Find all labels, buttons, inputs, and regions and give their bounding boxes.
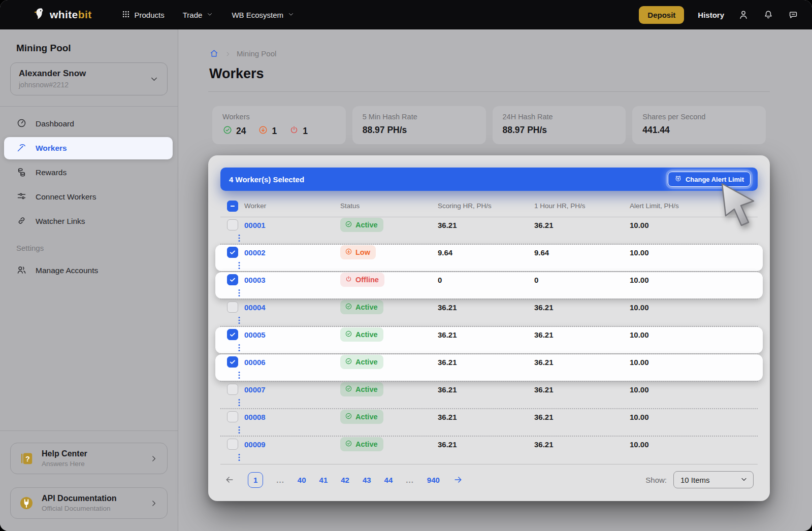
table-row-slot: 00008Active36.2136.2110.00 bbox=[220, 408, 758, 436]
chat-icon[interactable] bbox=[788, 9, 799, 20]
status-badge: Active bbox=[340, 410, 383, 424]
row-actions-menu-icon[interactable] bbox=[234, 370, 244, 380]
sidebar-item-connect-workers[interactable]: Connect Workers bbox=[0, 185, 178, 209]
nav-trade[interactable]: Trade bbox=[183, 11, 214, 19]
cell-scoring: 36.21 bbox=[438, 330, 534, 339]
worker-id-link[interactable]: 00002 bbox=[244, 248, 340, 257]
account-selector[interactable]: Alexander Snow johnsnow#2212 bbox=[10, 62, 168, 95]
sidebar-item-watcher-links[interactable]: Watcher Links bbox=[0, 209, 178, 234]
pickaxe-icon bbox=[16, 142, 27, 155]
table-row: 00009Active36.2136.2110.00 bbox=[220, 437, 758, 463]
pagination-page-41[interactable]: 41 bbox=[319, 476, 328, 484]
check-circle-icon bbox=[345, 440, 352, 449]
nav-wb-ecosystem[interactable]: WB Ecosystem bbox=[232, 11, 295, 19]
breadcrumb-current: Mining Pool bbox=[237, 49, 276, 58]
status-cell: Active bbox=[340, 382, 438, 396]
pagination-page-43[interactable]: 43 bbox=[363, 476, 371, 484]
sidebar-item-label: Workers bbox=[36, 144, 67, 153]
column-header-alert-limit-ph-s: Alert Limit, PH/s bbox=[630, 202, 737, 210]
row-actions-menu-icon[interactable] bbox=[234, 315, 244, 325]
cell-hour: 36.21 bbox=[534, 221, 630, 229]
whitebit-logo[interactable]: whitebit bbox=[31, 7, 92, 23]
pagination-page-940[interactable]: 940 bbox=[427, 476, 440, 484]
users-icon bbox=[16, 264, 27, 277]
cell-limit: 10.00 bbox=[630, 248, 737, 257]
pagination-page-1[interactable]: 1 bbox=[248, 472, 263, 488]
cell-hour: 9.64 bbox=[534, 248, 630, 257]
row-checkbox[interactable] bbox=[227, 329, 238, 340]
pagination-prev-icon[interactable] bbox=[224, 475, 235, 485]
pagination-page-40[interactable]: 40 bbox=[298, 476, 306, 484]
column-header-status: Status bbox=[340, 202, 438, 210]
row-checkbox[interactable] bbox=[227, 247, 238, 258]
row-checkbox[interactable] bbox=[227, 302, 238, 313]
row-actions-menu-icon[interactable] bbox=[234, 397, 244, 408]
arrow-down-circle-icon bbox=[258, 125, 268, 138]
worker-id-link[interactable]: 00009 bbox=[244, 440, 340, 449]
worker-id-link[interactable]: 00004 bbox=[244, 303, 340, 312]
table-row: 00006Active36.2136.2110.00 bbox=[215, 354, 763, 381]
bell-icon[interactable] bbox=[763, 9, 774, 20]
nav-label: Trade bbox=[183, 11, 203, 19]
row-checkbox[interactable] bbox=[227, 439, 238, 450]
stat-card-shares-per-second: Shares per Second441.44 bbox=[632, 106, 766, 144]
page-title: Workers bbox=[209, 66, 770, 82]
check-circle-icon bbox=[345, 330, 352, 339]
home-icon[interactable] bbox=[209, 49, 219, 58]
sidebar-item-workers[interactable]: Workers bbox=[4, 137, 173, 159]
status-badge: Offline bbox=[340, 273, 384, 287]
card-help-center[interactable]: ?Help CenterAnswers Here bbox=[10, 443, 168, 474]
select-all-checkbox[interactable] bbox=[227, 201, 238, 212]
worker-id-link[interactable]: 00005 bbox=[244, 330, 340, 339]
worker-id-link[interactable]: 00001 bbox=[244, 221, 340, 229]
row-actions-menu-icon[interactable] bbox=[234, 452, 244, 462]
breadcrumb-chevron-icon bbox=[224, 50, 231, 57]
pagination-page-44[interactable]: 44 bbox=[384, 476, 393, 484]
row-actions-menu-icon[interactable] bbox=[234, 260, 244, 271]
cell-limit: 10.00 bbox=[630, 385, 737, 394]
deposit-button[interactable]: Deposit bbox=[639, 6, 684, 24]
status-label: Active bbox=[355, 385, 378, 393]
card-api-documentation[interactable]: API DocumentationOfficial Documentation bbox=[10, 487, 168, 519]
worker-id-link[interactable]: 00008 bbox=[244, 413, 340, 421]
row-checkbox[interactable] bbox=[227, 274, 238, 285]
pagination-next-icon[interactable] bbox=[453, 475, 463, 485]
sidebar-item-label: Manage Accounts bbox=[36, 266, 98, 275]
row-actions-menu-icon[interactable] bbox=[234, 425, 244, 435]
check-circle-icon bbox=[345, 357, 352, 367]
status-label: Active bbox=[355, 440, 378, 448]
cell-hour: 0 bbox=[534, 276, 630, 284]
row-actions-menu-icon[interactable] bbox=[234, 288, 244, 298]
status-label: Active bbox=[355, 221, 378, 229]
row-checkbox[interactable] bbox=[227, 219, 238, 230]
worker-id-link[interactable]: 00006 bbox=[244, 358, 340, 367]
worker-id-link[interactable]: 00003 bbox=[244, 276, 340, 284]
row-checkbox[interactable] bbox=[227, 384, 238, 395]
status-cell: Active bbox=[340, 410, 438, 424]
chevron-down-icon bbox=[740, 475, 748, 485]
status-badge: Active bbox=[340, 355, 383, 369]
row-actions-menu-icon[interactable] bbox=[234, 233, 244, 243]
row-actions-menu-icon[interactable] bbox=[234, 343, 244, 353]
status-badge: Active bbox=[340, 218, 383, 232]
nav-label: WB Ecosystem bbox=[232, 11, 283, 19]
row-checkbox[interactable] bbox=[227, 411, 238, 422]
top-nav-menu: ProductsTradeWB Ecosystem bbox=[121, 10, 295, 20]
page-size-select[interactable]: 10 Items bbox=[673, 471, 754, 488]
stat-label: 5 Min Hash Rate bbox=[363, 113, 476, 121]
sidebar-item-dashboard[interactable]: Dashboard bbox=[0, 112, 178, 136]
worker-id-link[interactable]: 00007 bbox=[244, 385, 340, 394]
pagination: 1...4041424344...940 Show: 10 Items bbox=[220, 464, 758, 495]
person-icon[interactable] bbox=[738, 9, 749, 20]
sidebar-item-rewards[interactable]: Rewards bbox=[0, 160, 178, 185]
pagination-page-42[interactable]: 42 bbox=[341, 476, 349, 484]
logo-text: whitebit bbox=[50, 9, 92, 21]
change-alert-limit-button[interactable]: Change Alert Limit bbox=[668, 172, 751, 187]
help-book-icon: ? bbox=[19, 451, 34, 466]
check-circle-icon bbox=[345, 303, 352, 312]
row-checkbox[interactable] bbox=[227, 356, 238, 368]
nav-products[interactable]: Products bbox=[121, 10, 165, 20]
history-link[interactable]: History bbox=[698, 11, 724, 19]
sidebar-item-manage-accounts[interactable]: Manage Accounts bbox=[0, 258, 178, 283]
cell-limit: 10.00 bbox=[630, 276, 737, 284]
